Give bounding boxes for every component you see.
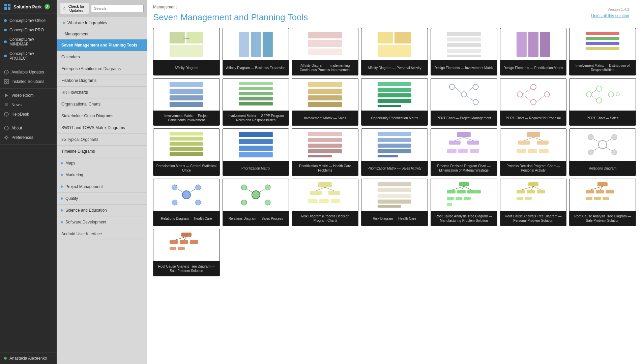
sidebar-bottom: About Preferences xyxy=(0,121,57,145)
check-updates-button[interactable]: Check for Updates xyxy=(60,3,89,14)
sidebar-item-helpdesk[interactable]: ? HelpDesk xyxy=(0,110,57,119)
sidebar-logo[interactable]: Solution Park 2 xyxy=(0,0,57,14)
svg-rect-7 xyxy=(7,80,8,81)
sidebar-item-pro[interactable]: ConceptDraw PRO xyxy=(0,25,57,35)
svg-line-127 xyxy=(593,139,599,142)
sidebar-item-about[interactable]: About xyxy=(0,123,57,133)
nav-item-science[interactable]: Science and Education xyxy=(57,205,147,216)
card-label: PERT Chart — Project Management xyxy=(431,111,497,125)
card-item[interactable]: Prioritization Matrix — Health Care Prob… xyxy=(292,128,358,176)
card-item[interactable]: Relations Diagram — Health Care xyxy=(153,179,220,226)
uninstall-link[interactable]: Uninstall this solution xyxy=(591,13,629,18)
svg-point-76 xyxy=(544,92,549,97)
nav-item-infographics[interactable]: What are Infographics xyxy=(57,17,147,29)
cards-grid: AffinityAffinity DiagramAffinity Diagram… xyxy=(153,28,636,276)
card-item[interactable]: PERT Chart — Project Management xyxy=(431,78,497,126)
svg-rect-43 xyxy=(540,32,550,57)
sidebar-item-mindmap[interactable]: ConceptDraw MINDMAP xyxy=(0,35,57,49)
card-item[interactable]: Affinity Diagram — Personal Activity xyxy=(361,28,428,75)
svg-rect-155 xyxy=(378,194,411,198)
card-item[interactable]: Root Cause Analysis Tree Diagram — Perso… xyxy=(500,179,567,226)
search-input[interactable] xyxy=(91,5,144,12)
card-item[interactable]: Prioritization Matrix xyxy=(223,128,289,176)
card-item[interactable]: Participation Matrix — Central Statistic… xyxy=(153,128,220,176)
user-profile[interactable]: Anastacia Alexeenko xyxy=(0,352,57,364)
card-item[interactable]: Involvement Matrix — Sales xyxy=(292,78,358,126)
svg-line-86 xyxy=(592,96,596,99)
sidebar-item-updates[interactable]: i Available Updates xyxy=(0,67,57,77)
sidebar-item-office[interactable]: ConceptDraw Office xyxy=(0,16,57,25)
nav-item-swot[interactable]: SWOT and TOWS Matrix Diagrams xyxy=(57,122,147,134)
svg-rect-170 xyxy=(528,182,538,186)
svg-rect-95 xyxy=(239,152,273,157)
sidebar-media: Video Room News ? HelpDesk xyxy=(0,89,57,121)
card-item[interactable]: Relations Diagram xyxy=(569,128,636,176)
nav-item-25org[interactable]: 25 Typical Orgcharts xyxy=(57,134,147,146)
sidebar-item-project[interactable]: ConceptDraw PROJECT xyxy=(0,49,57,63)
svg-rect-118 xyxy=(527,149,537,153)
sidebar-item-label: Available Updates xyxy=(11,70,44,74)
card-label: Root Cause Analysis Tree Diagram — Sale … xyxy=(153,261,220,276)
card-label: PERT Chart — Request for Proposal xyxy=(500,111,566,125)
sidebar-item-label: About xyxy=(11,126,22,130)
card-item[interactable]: Involvement Matrix — Distribution of Res… xyxy=(569,28,636,75)
nav-item-marketing[interactable]: Marketing xyxy=(57,169,147,181)
card-item[interactable]: Involvement Matrix — SEPP Program Roles … xyxy=(223,78,289,126)
nav-item-seven-management[interactable]: Seven Management and Planning Tools xyxy=(57,39,147,51)
card-thumbnail xyxy=(292,129,358,161)
card-item[interactable]: Process Decision Program Chart — Persona… xyxy=(500,128,567,176)
nav-item-software[interactable]: Software Development xyxy=(57,216,147,228)
card-item[interactable]: PERT Chart — Sales xyxy=(569,78,636,126)
svg-rect-90 xyxy=(170,147,203,151)
online-indicator xyxy=(4,357,7,360)
card-item[interactable]: Root Cause Analysis Tree Diagram — Sale … xyxy=(569,179,636,226)
nav-item-stakeholder[interactable]: Stakeholder Onion Diagrams xyxy=(57,110,147,122)
nav-item-enterprise[interactable]: Enterprise Architecture Diagrams xyxy=(57,63,147,75)
card-item[interactable]: Involvement Matrix — Project Participant… xyxy=(153,78,220,126)
card-item[interactable]: AffinityAffinity Diagram xyxy=(153,28,220,75)
svg-rect-37 xyxy=(447,37,481,41)
sidebar-item-news[interactable]: News xyxy=(0,100,57,110)
sidebar-apps: ConceptDraw Office ConceptDraw PRO Conce… xyxy=(0,14,57,65)
card-item[interactable]: Relations Diagram — Sales Process xyxy=(223,179,289,226)
card-thumbnail xyxy=(570,129,636,161)
nav-item-maps[interactable]: Maps xyxy=(57,157,147,169)
card-label: Prioritization Matrix — Health Care Prob… xyxy=(292,161,358,176)
card-item[interactable]: Affinity Diagram — Business Expansion xyxy=(223,28,289,75)
header-area: Management Seven Management and Planning… xyxy=(153,5,636,23)
card-item[interactable]: Design Elements — Involvement Matrix xyxy=(431,28,497,75)
nav-item-org[interactable]: Organizational Charts xyxy=(57,98,147,110)
svg-rect-46 xyxy=(586,42,619,45)
svg-rect-54 xyxy=(239,92,273,95)
card-item[interactable]: Prioritization Matrix — Sales Activity xyxy=(361,128,428,176)
version-label: Version 1.4.2 xyxy=(608,7,629,11)
svg-rect-44 xyxy=(586,32,619,35)
card-label: Involvement Matrix — Project Participant… xyxy=(153,111,220,125)
sidebar-item-preferences[interactable]: Preferences xyxy=(0,133,57,142)
nav-item-management[interactable]: Management xyxy=(57,29,147,39)
svg-line-71 xyxy=(467,87,473,93)
card-item[interactable]: Risk Diagram (Process Decision Program C… xyxy=(292,179,358,226)
sidebar-item-video[interactable]: Video Room xyxy=(0,91,57,100)
card-item[interactable]: Process Decision Program Chart — Minimiz… xyxy=(431,128,497,176)
svg-rect-39 xyxy=(447,49,481,53)
svg-line-77 xyxy=(522,88,530,94)
nav-item-quality[interactable]: Quality xyxy=(57,193,147,205)
nav-item-project-mgmt[interactable]: Project Management xyxy=(57,181,147,193)
card-item[interactable]: Opportunity Prioritization Matrix xyxy=(361,78,428,126)
nav-item-hr[interactable]: HR Flowcharts xyxy=(57,87,147,98)
sidebar-item-installed[interactable]: Installed Solutions xyxy=(0,77,57,86)
nav-item-android[interactable]: Android User Interface xyxy=(57,228,147,240)
card-item[interactable]: PERT Chart — Request for Proposal xyxy=(500,78,567,126)
card-item[interactable]: Risk Diagram — Health Care xyxy=(361,179,428,226)
svg-rect-119 xyxy=(539,149,548,153)
nav-item-calendars[interactable]: Calendars xyxy=(57,51,147,63)
card-item[interactable]: Root Cause Analysis Tree Diagram — Manuf… xyxy=(431,179,497,226)
nav-item-fishbone[interactable]: Fishbone Diagrams xyxy=(57,75,147,87)
card-item[interactable]: Root Cause Analysis Tree Diagram — Sale … xyxy=(153,229,220,276)
nav-item-timeline[interactable]: Timeline Diagrams xyxy=(57,146,147,157)
card-item[interactable]: Affinity Diagram — Implementing Continuo… xyxy=(292,28,358,75)
card-item[interactable]: Design Elements — Prioritization Matrix xyxy=(500,28,567,75)
svg-rect-110 xyxy=(458,149,468,153)
card-label: Opportunity Prioritization Matrix xyxy=(361,111,428,125)
